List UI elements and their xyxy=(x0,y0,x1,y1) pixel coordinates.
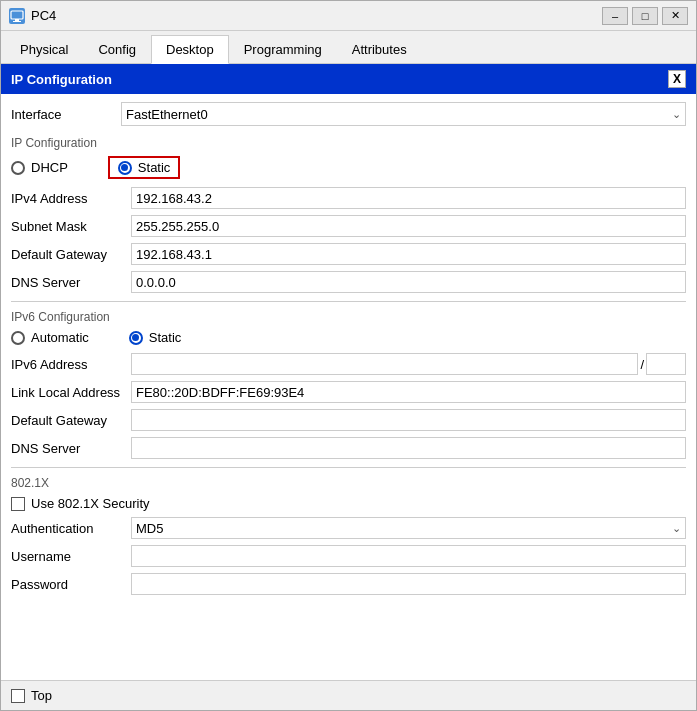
svg-rect-1 xyxy=(15,19,19,21)
top-checkbox-row: Top xyxy=(11,688,52,703)
ipv6-gateway-row: Default Gateway xyxy=(11,409,686,431)
dns-server-row: DNS Server xyxy=(11,271,686,293)
ipv6-address-input[interactable] xyxy=(131,353,638,375)
top-label: Top xyxy=(31,688,52,703)
link-local-row: Link Local Address xyxy=(11,381,686,403)
subnet-mask-input[interactable] xyxy=(131,215,686,237)
default-gateway-row: Default Gateway xyxy=(11,243,686,265)
window-controls: – □ ✕ xyxy=(602,7,688,25)
tab-physical[interactable]: Physical xyxy=(5,35,83,63)
interface-label: Interface xyxy=(11,107,121,122)
bottom-bar: Top xyxy=(1,680,696,710)
link-local-input[interactable] xyxy=(131,381,686,403)
subnet-mask-label: Subnet Mask xyxy=(11,219,131,234)
password-row: Password xyxy=(11,573,686,595)
automatic-option[interactable]: Automatic xyxy=(11,330,89,345)
tab-desktop[interactable]: Desktop xyxy=(151,35,229,64)
authentication-row: Authentication MD5 ⌄ xyxy=(11,517,686,539)
svg-rect-0 xyxy=(11,11,23,19)
maximize-button[interactable]: □ xyxy=(632,7,658,25)
username-label: Username xyxy=(11,549,131,564)
ipv6-address-label: IPv6 Address xyxy=(11,357,131,372)
default-gateway-input[interactable] xyxy=(131,243,686,265)
dhcp-label: DHCP xyxy=(31,160,68,175)
automatic-radio[interactable] xyxy=(11,331,25,345)
authentication-value: MD5 xyxy=(136,521,163,536)
dhcp-option[interactable]: DHCP xyxy=(11,160,68,175)
divider-2 xyxy=(11,467,686,468)
ipv6-gateway-label: Default Gateway xyxy=(11,413,131,428)
panel-close-button[interactable]: X xyxy=(668,70,686,88)
use-security-checkbox[interactable] xyxy=(11,497,25,511)
ipv4-address-input[interactable] xyxy=(131,187,686,209)
divider-1 xyxy=(11,301,686,302)
dns-server-input[interactable] xyxy=(131,271,686,293)
dns-server-label: DNS Server xyxy=(11,275,131,290)
tab-bar: Physical Config Desktop Programming Attr… xyxy=(1,31,696,64)
ipv6-address-split: / xyxy=(131,353,686,375)
static-option-box: Static xyxy=(108,156,181,179)
interface-chevron-icon: ⌄ xyxy=(672,108,681,121)
subnet-mask-row: Subnet Mask xyxy=(11,215,686,237)
ipv6-static-radio[interactable] xyxy=(129,331,143,345)
title-bar: PC4 – □ ✕ xyxy=(1,1,696,31)
ipv6-dns-row: DNS Server xyxy=(11,437,686,459)
ipv6-radio-row: Automatic Static xyxy=(11,330,686,345)
ipv6-static-label: Static xyxy=(149,330,182,345)
close-window-button[interactable]: ✕ xyxy=(662,7,688,25)
tab-programming[interactable]: Programming xyxy=(229,35,337,63)
static-radio[interactable] xyxy=(118,161,132,175)
ipv6-gateway-input[interactable] xyxy=(131,409,686,431)
default-gateway-label: Default Gateway xyxy=(11,247,131,262)
interface-dropdown[interactable]: FastEthernet0 ⌄ xyxy=(121,102,686,126)
ipv6-section-title: IPv6 Configuration xyxy=(11,310,686,324)
minimize-button[interactable]: – xyxy=(602,7,628,25)
main-window: PC4 – □ ✕ Physical Config Desktop Progra… xyxy=(0,0,697,711)
auth-chevron-icon: ⌄ xyxy=(672,522,681,535)
ipv6-dns-label: DNS Server xyxy=(11,441,131,456)
password-input[interactable] xyxy=(131,573,686,595)
use-security-label: Use 802.1X Security xyxy=(31,496,150,511)
main-content: IP Configuration X Interface FastEtherne… xyxy=(1,64,696,680)
panel-body: Interface FastEthernet0 ⌄ IP Configurati… xyxy=(1,94,696,680)
top-checkbox[interactable] xyxy=(11,689,25,703)
ipv4-address-row: IPv4 Address xyxy=(11,187,686,209)
dhcp-radio[interactable] xyxy=(11,161,25,175)
ipv4-section-title: IP Configuration xyxy=(11,136,686,150)
app-icon xyxy=(9,8,25,24)
automatic-label: Automatic xyxy=(31,330,89,345)
window-title: PC4 xyxy=(31,8,602,23)
username-row: Username xyxy=(11,545,686,567)
interface-row: Interface FastEthernet0 ⌄ xyxy=(11,100,686,128)
ipv6-static-option[interactable]: Static xyxy=(129,330,182,345)
ipv4-address-label: IPv4 Address xyxy=(11,191,131,206)
tab-attributes[interactable]: Attributes xyxy=(337,35,422,63)
link-local-label: Link Local Address xyxy=(11,385,131,400)
tab-config[interactable]: Config xyxy=(83,35,151,63)
password-label: Password xyxy=(11,577,131,592)
ipv6-address-row: IPv6 Address / xyxy=(11,353,686,375)
ipv6-slash: / xyxy=(638,353,646,375)
interface-value: FastEthernet0 xyxy=(126,107,208,122)
ipv6-prefix-input[interactable] xyxy=(646,353,686,375)
ipv4-radio-row: DHCP Static xyxy=(11,156,686,179)
svg-rect-2 xyxy=(13,21,21,22)
dot1x-section-title: 802.1X xyxy=(11,476,686,490)
use-security-row: Use 802.1X Security xyxy=(11,496,686,511)
authentication-dropdown[interactable]: MD5 ⌄ xyxy=(131,517,686,539)
static-label: Static xyxy=(138,160,171,175)
username-input[interactable] xyxy=(131,545,686,567)
ipv6-dns-input[interactable] xyxy=(131,437,686,459)
authentication-label: Authentication xyxy=(11,521,131,536)
panel-header: IP Configuration X xyxy=(1,64,696,94)
panel-title: IP Configuration xyxy=(11,72,112,87)
static-option[interactable]: Static xyxy=(118,160,171,175)
